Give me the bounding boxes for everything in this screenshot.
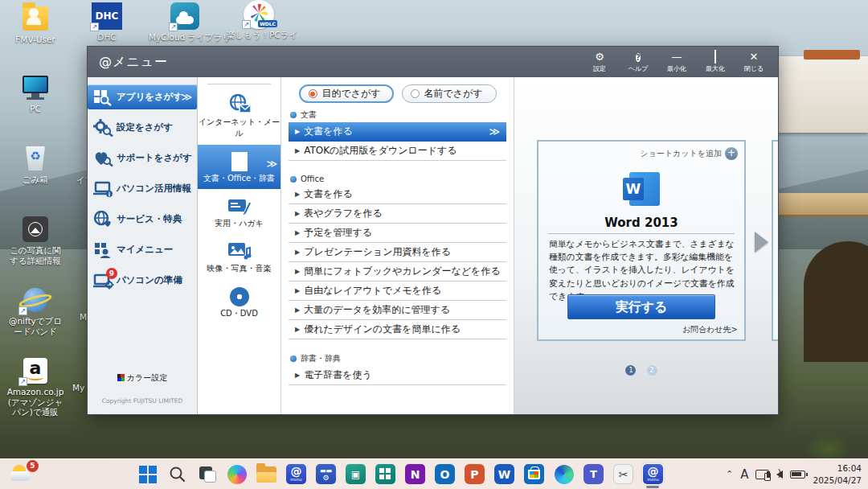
sidebar-item-find-support[interactable]: サポートをさがす <box>88 146 197 171</box>
desktop-icon-label: @niftyでブロードバンド <box>6 316 64 336</box>
help-button[interactable]: ? ヘルプ <box>620 48 656 76</box>
sidebar-item-my-menu[interactable]: マイメニュー <box>88 237 197 262</box>
category-practical-postcard[interactable]: 実用・ハガキ <box>198 190 280 234</box>
section-bullet-icon <box>290 112 297 118</box>
list-item-manage-data[interactable]: ▶大量のデータを効率的に管理する <box>289 301 506 320</box>
page-dot-1[interactable]: 1 <box>625 365 636 376</box>
add-shortcut-link[interactable]: ショートカットを追加 + <box>640 147 738 160</box>
word-button[interactable]: W <box>493 463 515 485</box>
list-item-well-designed-docs[interactable]: ▶優れたデザインの文書を簡単に作る <box>289 320 506 339</box>
atmenu-pinned-button[interactable]: @menu <box>285 463 307 485</box>
sidebar-item-pc-info[interactable]: i パソコン活用情報 <box>88 176 197 201</box>
desktop-icon-pc[interactable]: PC <box>6 74 64 114</box>
sidebar-item-services[interactable]: サービス・特典 <box>88 207 197 232</box>
battery-icon[interactable] <box>790 471 805 479</box>
settings-button[interactable]: ⚙ 設定 <box>582 48 617 76</box>
sidebar-item-pc-setup[interactable]: 9 パソコンの準備 <box>88 268 197 293</box>
chevron-right-icon: ≫ <box>266 158 277 170</box>
list-item-atok-trial[interactable]: ▶ ATOKの試用版をダウンロードする <box>289 142 506 161</box>
desktop-wallpaper: FMV-User PC ♻ ごみ箱 この写真に関する詳細情報 ↗ @niftyで… <box>0 0 868 489</box>
page-dot-2[interactable]: 2 <box>647 365 657 376</box>
sidebar-item-find-apps[interactable]: アプリをさがす ≫ <box>88 84 197 109</box>
carousel-next-arrow[interactable] <box>755 232 768 253</box>
task-view-button[interactable] <box>196 463 218 485</box>
laptop-gear-icon: 9 <box>93 272 114 290</box>
onenote-button[interactable]: N <box>404 463 426 485</box>
atmenu-active-button[interactable]: @menu <box>642 463 664 485</box>
teams-button[interactable]: T <box>583 463 604 485</box>
section-bullet-icon <box>290 176 297 183</box>
copilot-icon <box>227 465 247 484</box>
triangle-icon: ▶ <box>295 287 300 294</box>
run-button[interactable]: 実行する <box>567 294 715 319</box>
folder-user-icon <box>20 5 51 32</box>
desktop-icon-amazon[interactable]: a↗ Amazon.co.jp(アマゾンジャパン)で通販 <box>6 357 64 417</box>
desktop-icon-nifty[interactable]: ↗ @niftyでブロードバンド <box>6 286 64 336</box>
desktop-icon-mycloud-library[interactable]: ・・↗ MyCloud ライブラリ <box>149 2 223 43</box>
mycloud-button[interactable]: ▣ <box>345 463 366 485</box>
color-setting-link[interactable]: カラー設定 <box>88 372 197 384</box>
desktop-icon-fmv-user[interactable]: FMV-User <box>6 5 64 45</box>
section-header-dictionary: 辞書・辞典 <box>290 353 506 364</box>
list-item-electronic-dictionary[interactable]: ▶電子辞書を使う <box>289 366 506 385</box>
atmenu-window: @メニュー ⚙ 設定 ? ヘルプ — 最小化 最大化 <box>87 46 779 415</box>
outlook-button[interactable]: O <box>434 463 456 485</box>
wallpaper-arch <box>804 241 868 362</box>
desktop-icon-recycle-bin[interactable]: ♻ ごみ箱 <box>6 145 64 185</box>
tray-overflow-chevron[interactable]: ⌃ <box>726 469 733 479</box>
list-item-office-create-document[interactable]: ▶文書を作る <box>289 185 506 204</box>
triangle-icon: ▶ <box>295 128 300 135</box>
list-item-presentation[interactable]: ▶プレゼンテーション用資料を作る <box>289 243 506 262</box>
file-explorer-button[interactable] <box>256 463 277 485</box>
close-button[interactable]: ✕ 閉じる <box>736 48 772 76</box>
category-internet-mail[interactable]: インターネット・メール <box>198 88 280 144</box>
word-icon: W <box>494 464 514 484</box>
chevron-right-icon: ≫ <box>489 125 500 138</box>
chevron-right-icon: ≫ <box>181 91 192 103</box>
scissors-icon: ✂ <box>613 464 633 484</box>
desktop-icon-label: FMV-User <box>6 35 64 45</box>
amazon-icon: a↗ <box>20 357 51 384</box>
widgets-button[interactable]: 5 <box>8 462 40 487</box>
desktop-icon-wdlc[interactable]: WDLC↗ 楽しもう！PCライ <box>227 0 291 40</box>
ime-indicator[interactable]: A <box>740 467 748 482</box>
onenote-icon: N <box>405 464 425 484</box>
contact-link[interactable]: お問合わせ先> <box>682 324 738 335</box>
shortcut-arrow-icon: ↗ <box>18 306 27 315</box>
taskbar-clock[interactable]: 16:04 2025/04/27 <box>813 462 862 485</box>
atmenu-icon: @menu <box>643 464 663 484</box>
weather-cloud-icon <box>10 471 31 481</box>
category-cd-dvd[interactable]: CD・DVD <box>198 280 280 324</box>
mycloud-folder-icon: ▣ <box>346 464 366 484</box>
list-item-free-layout-memo[interactable]: ▶自由なレイアウトでメモを作る <box>289 281 506 301</box>
start-button[interactable] <box>137 463 158 485</box>
list-item-manage-schedule[interactable]: ▶予定を管理する <box>289 224 506 243</box>
edge-button[interactable] <box>553 463 575 485</box>
panes-app-button[interactable] <box>375 463 396 485</box>
volume-icon[interactable] <box>776 471 783 479</box>
sidebar-item-find-settings[interactable]: 設定をさがす <box>88 115 197 140</box>
powerpoint-icon: P <box>465 464 485 484</box>
desktop-icon-dhc[interactable]: DHC↗ DHC <box>80 2 133 43</box>
category-docs-office[interactable]: 文書・Office・辞書 ≫ <box>198 145 280 189</box>
tab-search-by-purpose[interactable]: 目的でさがす <box>299 84 394 103</box>
category-video-photo-music[interactable]: 映像・写真・音楽 <box>198 235 280 279</box>
list-item-create-document[interactable]: ▶ 文書を作る ≫ <box>289 122 506 142</box>
snipping-tool-button[interactable]: ✂ <box>612 463 634 485</box>
carousel-pagination: 1 2 <box>537 360 746 376</box>
search-button[interactable] <box>166 463 188 485</box>
fmv-menu-button[interactable]: ▬▬⚙ <box>315 463 337 485</box>
ms-store-button[interactable] <box>523 463 545 485</box>
desktop-icon-label: Amazon.co.jp(アマゾンジャパン)で通販 <box>6 387 64 417</box>
list-item-tables-graphs[interactable]: ▶表やグラフを作る <box>289 204 506 224</box>
maximize-button[interactable]: 最大化 <box>698 48 733 76</box>
minimize-button[interactable]: — 最小化 <box>659 48 694 76</box>
list-item-photobook-calendar[interactable]: ▶簡単にフォトブックやカレンダーなどを作る <box>289 262 506 281</box>
window-titlebar[interactable]: @メニュー ⚙ 設定 ? ヘルプ — 最小化 最大化 <box>88 47 778 77</box>
tab-search-by-name[interactable]: 名前でさがす <box>402 84 497 103</box>
desktop-icon-photo-info[interactable]: この写真に関する詳細情報 <box>6 216 64 265</box>
copilot-button[interactable] <box>226 463 248 485</box>
clock-date: 2025/04/27 <box>813 475 862 486</box>
powerpoint-button[interactable]: P <box>464 463 485 485</box>
wallpaper-bridge <box>768 193 868 217</box>
